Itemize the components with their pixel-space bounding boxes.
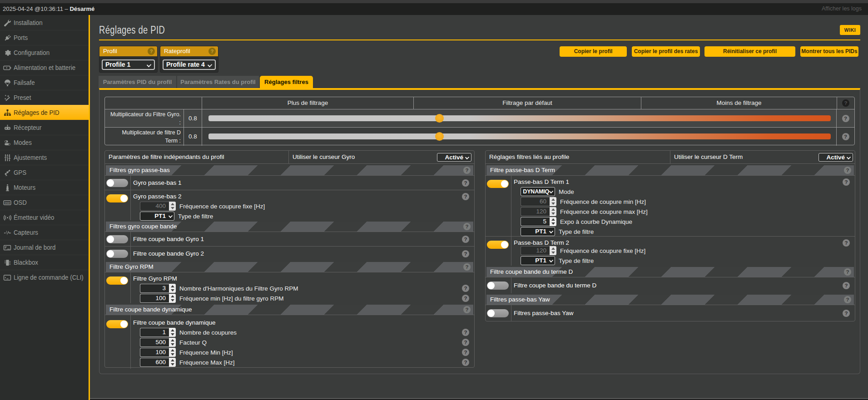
svg-text:OSD: OSD [5, 202, 10, 204]
